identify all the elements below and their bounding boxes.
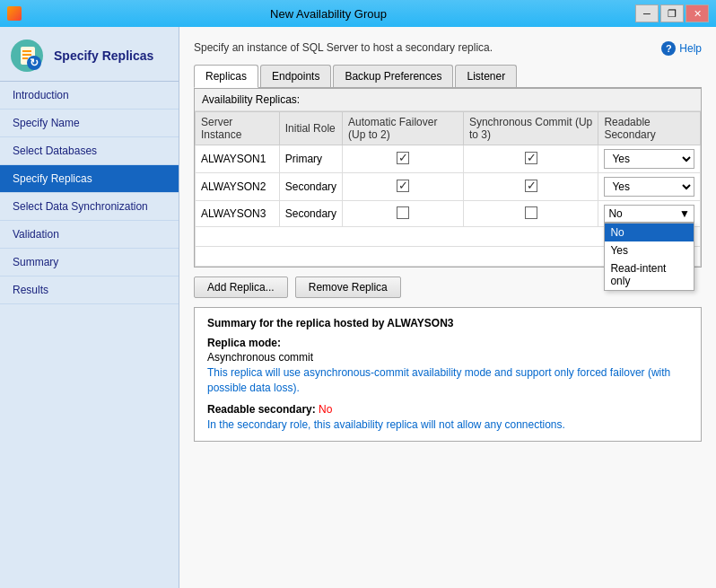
- replica-mode-label: Replica mode:: [207, 337, 688, 349]
- content-area: Specify an instance of SQL Server to hos…: [179, 27, 716, 588]
- readable-secondary-3[interactable]: No ▼ No Yes Read-intent only: [598, 201, 701, 227]
- checkbox-unchecked-icon[interactable]: [397, 206, 409, 219]
- checkbox-checked-icon[interactable]: [525, 180, 537, 192]
- readable-dropdown-3[interactable]: No ▼: [604, 205, 694, 223]
- tab-bar: Replicas Endpoints Backup Preferences Li…: [194, 65, 702, 88]
- svg-rect-2: [22, 50, 31, 52]
- initial-role-2: Secondary: [279, 173, 342, 201]
- replica-mode-value: Asynchronous commit: [207, 351, 688, 364]
- dropdown-selected-value: No: [608, 207, 622, 220]
- restore-button[interactable]: ❐: [660, 4, 684, 22]
- help-link[interactable]: ? Help: [661, 41, 702, 56]
- sidebar-icon: ↻: [9, 38, 45, 74]
- sidebar-item-specify-replicas[interactable]: Specify Replicas: [0, 165, 179, 193]
- dropdown-popup: No Yes Read-intent only: [604, 223, 694, 291]
- content-description: Specify an instance of SQL Server to hos…: [194, 41, 493, 54]
- readable-dropdown-1[interactable]: Yes No Read-intent only: [604, 149, 694, 169]
- summary-heading: Summary for the replica hosted by ALWAYS…: [207, 317, 688, 329]
- sidebar-item-select-data-sync[interactable]: Select Data Synchronization: [0, 193, 179, 221]
- table-row: ALWAYSON2 Secondary Yes No Rea: [196, 173, 701, 201]
- sidebar-item-specify-name[interactable]: Specify Name: [0, 110, 179, 137]
- readable-secondary-label: Readable secondary:: [207, 403, 316, 416]
- server-instance-3: ALWAYSON3: [196, 201, 280, 227]
- col-sync-commit: Synchronous Commit (Up to 3): [463, 112, 598, 145]
- checkbox-unchecked-icon[interactable]: [525, 206, 537, 219]
- svg-text:↻: ↻: [30, 57, 39, 69]
- svg-rect-3: [22, 54, 31, 56]
- tab-endpoints[interactable]: Endpoints: [260, 65, 331, 87]
- sync-commit-2[interactable]: [463, 173, 598, 201]
- sidebar-item-validation[interactable]: Validation: [0, 221, 179, 249]
- dropdown-option-no[interactable]: No: [605, 224, 694, 241]
- content-header: Specify an instance of SQL Server to hos…: [194, 41, 702, 56]
- minimize-button[interactable]: ─: [635, 4, 659, 22]
- col-server-instance: Server Instance: [196, 112, 280, 145]
- sidebar: ↻ Specify Replicas Introduction Specify …: [0, 27, 179, 588]
- auto-failover-1[interactable]: [343, 145, 464, 173]
- readable-dropdown-2[interactable]: Yes No Read-intent only: [604, 177, 694, 197]
- readable-secondary-2[interactable]: Yes No Read-intent only: [598, 173, 701, 201]
- tab-listener[interactable]: Listener: [455, 65, 517, 87]
- col-readable-secondary: Readable Secondary: [598, 112, 701, 145]
- readable-secondary-1[interactable]: Yes No Read-intent only: [598, 145, 701, 173]
- server-instance-2: ALWAYSON2: [196, 173, 280, 201]
- replica-mode-desc: This replica will use asynchronous-commi…: [207, 365, 688, 396]
- title-bar: New Availability Group ─ ❐ ✕: [0, 0, 716, 27]
- close-button[interactable]: ✕: [685, 4, 709, 22]
- checkbox-checked-icon[interactable]: [397, 152, 409, 164]
- readable-secondary-value: No: [319, 403, 332, 416]
- server-instance-1: ALWAYSON1: [196, 145, 280, 173]
- col-auto-failover: Automatic Failover (Up to 2): [343, 112, 464, 145]
- readable-secondary-desc: In the secondary role, this availability…: [207, 417, 688, 433]
- sidebar-item-select-databases[interactable]: Select Databases: [0, 137, 179, 165]
- col-initial-role: Initial Role: [279, 112, 342, 145]
- help-icon: ?: [661, 41, 676, 56]
- table-row: ALWAYSON1 Primary Yes No Read-: [196, 145, 701, 173]
- checkbox-checked-icon[interactable]: [397, 180, 409, 192]
- main-layout: ↻ Specify Replicas Introduction Specify …: [0, 27, 716, 588]
- add-replica-button[interactable]: Add Replica...: [194, 276, 288, 298]
- sidebar-item-results[interactable]: Results: [0, 276, 179, 304]
- sidebar-heading: Specify Replicas: [54, 48, 153, 63]
- dropdown-option-yes[interactable]: Yes: [605, 241, 694, 259]
- dropdown-arrow-icon: ▼: [679, 207, 690, 220]
- tab-replicas[interactable]: Replicas: [194, 65, 258, 88]
- help-label: Help: [679, 42, 702, 55]
- app-icon: [7, 6, 22, 21]
- table-row: ALWAYSON3 Secondary No ▼: [196, 201, 701, 227]
- window-controls[interactable]: ─ ❐ ✕: [635, 4, 709, 22]
- auto-failover-2[interactable]: [343, 173, 464, 201]
- replicas-table: Server Instance Initial Role Automatic F…: [195, 111, 701, 267]
- svg-rect-4: [22, 57, 28, 59]
- summary-box: Summary for the replica hosted by ALWAYS…: [194, 307, 702, 442]
- sidebar-header: ↻ Specify Replicas: [0, 27, 179, 82]
- replicas-panel: Availability Replicas: Server Instance I…: [194, 88, 702, 268]
- sidebar-nav: Introduction Specify Name Select Databas…: [0, 82, 179, 304]
- sidebar-item-summary[interactable]: Summary: [0, 249, 179, 276]
- availability-replicas-label: Availability Replicas:: [195, 89, 701, 111]
- window-title: New Availability Group: [22, 7, 635, 21]
- sidebar-item-introduction[interactable]: Introduction: [0, 82, 179, 110]
- tab-backup-preferences[interactable]: Backup Preferences: [333, 65, 453, 87]
- remove-replica-button[interactable]: Remove Replica: [295, 276, 401, 298]
- sync-commit-1[interactable]: [463, 145, 598, 173]
- initial-role-3: Secondary: [279, 201, 342, 227]
- initial-role-1: Primary: [279, 145, 342, 173]
- auto-failover-3[interactable]: [343, 201, 464, 227]
- sync-commit-3[interactable]: [463, 201, 598, 227]
- checkbox-checked-icon[interactable]: [525, 152, 537, 164]
- dropdown-option-read-intent[interactable]: Read-intent only: [605, 259, 694, 290]
